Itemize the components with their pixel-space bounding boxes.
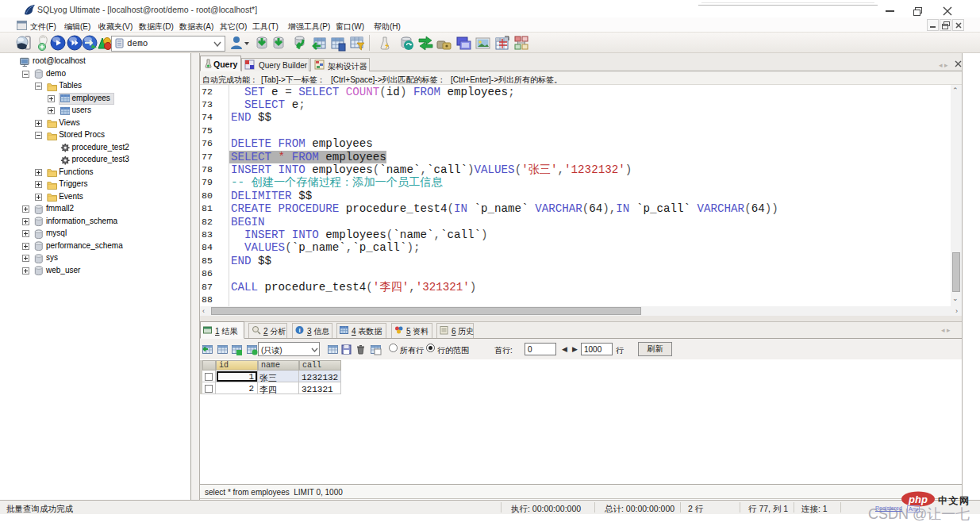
svg-text:i: i (298, 327, 300, 334)
svg-text:php: php (908, 493, 928, 505)
